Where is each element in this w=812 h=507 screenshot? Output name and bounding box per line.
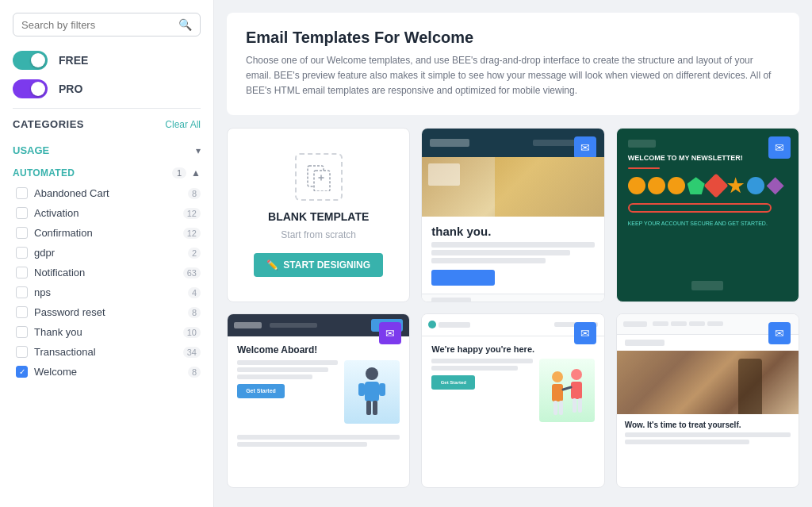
template-card-5[interactable]: ✉ We're happy you're here. Get Star <box>421 313 604 488</box>
header-description: Choose one of our Welcome templates, and… <box>246 53 780 99</box>
usage-label: USAGE <box>13 144 49 156</box>
svg-line-12 <box>563 387 571 390</box>
templates-grid: BLANK TEMPLATE Start from scratch ✏️ STA… <box>227 128 799 488</box>
search-box[interactable]: 🔍 <box>13 13 201 36</box>
free-toggle[interactable] <box>13 51 48 70</box>
template4-title: Welcome Aboard! <box>237 344 400 355</box>
svg-rect-6 <box>366 401 371 415</box>
cat-checkbox-3[interactable] <box>16 247 28 259</box>
template3-welcome: WELCOME TO MY NEWSLETTER! <box>628 154 787 163</box>
list-item[interactable]: Welcome 8 <box>13 362 201 382</box>
cat-count-9: 8 <box>188 367 201 378</box>
page-title: Email Templates For Welcome <box>246 29 780 47</box>
blank-template-subtitle: Start from scratch <box>281 229 356 240</box>
svg-rect-9 <box>552 384 563 401</box>
usage-chevron: ▾ <box>196 145 201 156</box>
email-badge-6: ✉ <box>768 322 791 344</box>
svg-point-8 <box>552 371 563 382</box>
cat-checkbox-6[interactable] <box>16 306 28 318</box>
list-item[interactable]: Abandoned Cart 8 <box>13 183 201 203</box>
cat-count-8: 34 <box>183 347 201 358</box>
cat-count-6: 8 <box>188 307 201 318</box>
cat-count-4: 63 <box>183 267 201 278</box>
sidebar: 🔍 FREE PRO CATEGORIES Clear All USAGE ▾ … <box>0 0 214 507</box>
blank-template-title: BLANK TEMPLATE <box>268 210 369 223</box>
search-icon: 🔍 <box>178 18 192 31</box>
template2-title: thank you. <box>431 225 594 238</box>
template-card-2[interactable]: ✉ thank you. <box>421 128 604 302</box>
svg-rect-3 <box>365 382 379 401</box>
categories-header: CATEGORIES Clear All <box>13 118 201 130</box>
cat-count-3: 2 <box>188 248 201 259</box>
list-item[interactable]: nps 4 <box>13 282 201 302</box>
svg-rect-1 <box>314 171 330 191</box>
list-item[interactable]: Confirmation 12 <box>13 223 201 243</box>
list-item[interactable]: Notification 63 <box>13 263 201 282</box>
template-card-3[interactable]: ✉ WELCOME TO MY NEWSLETTER! <box>616 128 799 302</box>
main-content: Email Templates For Welcome Choose one o… <box>214 0 812 507</box>
free-toggle-row: FREE <box>13 51 201 70</box>
clear-all-button[interactable]: Clear All <box>165 119 201 130</box>
cat-checkbox-8[interactable] <box>16 346 28 358</box>
cat-count-0: 8 <box>188 188 201 199</box>
svg-rect-14 <box>559 401 563 415</box>
cat-checkbox-5[interactable] <box>16 286 28 298</box>
cat-name-7: Thank you <box>34 326 177 338</box>
categories-title: CATEGORIES <box>13 118 84 130</box>
svg-point-10 <box>571 369 582 380</box>
blank-template-icon <box>295 153 343 201</box>
email-badge-5: ✉ <box>574 322 596 344</box>
email-badge-2: ✉ <box>574 136 596 159</box>
template-card-6[interactable]: ✉ Wow. It' <box>616 313 799 488</box>
list-item[interactable]: gdpr 2 <box>13 243 201 263</box>
cat-checkbox-1[interactable] <box>16 207 28 219</box>
cat-checkbox-4[interactable] <box>16 267 28 278</box>
cat-checkbox-2[interactable] <box>16 227 28 239</box>
search-input[interactable] <box>21 19 178 31</box>
cat-count-2: 12 <box>183 228 201 239</box>
start-designing-button[interactable]: ✏️ START DESIGNING <box>254 253 383 277</box>
header-banner: Email Templates For Welcome Choose one o… <box>227 13 799 115</box>
list-item[interactable]: Activation 12 <box>13 203 201 223</box>
cat-name-1: Activation <box>34 207 177 219</box>
list-item[interactable]: Password reset 8 <box>13 302 201 322</box>
list-item[interactable]: Thank you 10 <box>13 322 201 342</box>
cat-count-7: 10 <box>183 327 201 338</box>
cat-checkbox-7[interactable] <box>16 326 28 338</box>
email-badge-3: ✉ <box>768 136 791 159</box>
cat-count-5: 4 <box>188 287 201 298</box>
template-card-4[interactable]: ✉ Sign in Welcome Aboard! <box>227 313 410 488</box>
svg-rect-11 <box>571 382 582 399</box>
automated-chevron: ▲ <box>191 167 201 179</box>
cat-name-4: Notification <box>34 267 177 278</box>
cat-name-8: Transactional <box>34 346 177 358</box>
svg-point-2 <box>366 367 378 380</box>
cat-count-1: 12 <box>183 208 201 219</box>
svg-rect-15 <box>573 398 576 413</box>
svg-rect-13 <box>553 401 557 415</box>
cat-name-0: Abandoned Cart <box>34 187 182 199</box>
pro-toggle[interactable] <box>13 79 48 98</box>
template6-title: Wow. It's time to treat yourself. <box>625 421 791 429</box>
email-badge-4: ✉ <box>379 322 401 344</box>
cat-name-6: Password reset <box>34 306 182 318</box>
free-label: FREE <box>59 54 88 67</box>
usage-section[interactable]: USAGE ▾ <box>13 138 201 163</box>
cat-checkbox-0[interactable] <box>16 187 28 199</box>
automated-section[interactable]: AUTOMATED 1 ▲ <box>13 163 201 183</box>
svg-rect-7 <box>373 401 377 415</box>
svg-rect-4 <box>358 383 365 396</box>
cat-checkbox-9[interactable] <box>16 366 28 378</box>
svg-rect-5 <box>379 383 385 396</box>
pencil-icon: ✏️ <box>266 259 278 271</box>
automated-right: 1 ▲ <box>172 167 201 179</box>
list-item[interactable]: Transactional 34 <box>13 342 201 362</box>
pro-toggle-row: PRO <box>13 79 201 98</box>
svg-rect-16 <box>578 398 582 413</box>
divider-1 <box>13 108 201 109</box>
blank-template-card[interactable]: BLANK TEMPLATE Start from scratch ✏️ STA… <box>227 128 410 302</box>
template5-title: We're happy you're here. <box>431 344 594 354</box>
cat-name-2: Confirmation <box>34 227 177 239</box>
cat-name-3: gdpr <box>34 247 182 259</box>
cat-name-5: nps <box>34 286 182 298</box>
